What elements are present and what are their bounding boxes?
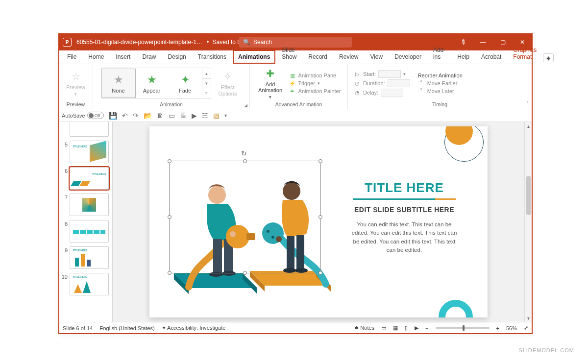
thumb-partial[interactable] bbox=[70, 122, 109, 137]
reading-view-icon[interactable]: ▯ bbox=[405, 325, 408, 331]
move-later-button[interactable]: ˅Move Later bbox=[418, 87, 463, 95]
slide-subtitle[interactable]: EDIT SLIDE SUBTITLE HERE bbox=[354, 206, 454, 214]
animation-gallery[interactable]: ★None ★Appear ✦Fade ▴▾▿ bbox=[101, 68, 211, 99]
tab-transitions[interactable]: Transitions bbox=[193, 50, 232, 64]
thumb-9[interactable]: TITLE HERE bbox=[70, 246, 109, 269]
rotate-handle-icon[interactable]: ↻ bbox=[241, 149, 249, 157]
tab-review[interactable]: Review bbox=[334, 50, 364, 64]
animation-painter-button[interactable]: ✒Animation Painter bbox=[289, 88, 341, 95]
resize-handle[interactable] bbox=[168, 215, 172, 219]
zoom-out-icon[interactable]: − bbox=[425, 325, 428, 331]
timing-start[interactable]: ▷Start:▾ bbox=[354, 70, 410, 78]
zoom-slider[interactable] bbox=[436, 327, 490, 329]
ink-tools-icon[interactable]: ✎ bbox=[454, 34, 473, 50]
slide[interactable]: ↻ TITLE HERE EDIT SLIDE SUBTITLE HERE Yo… bbox=[149, 126, 488, 317]
slide-canvas-area[interactable]: ↻ TITLE HERE EDIT SLIDE SUBTITLE HERE Yo… bbox=[113, 122, 524, 322]
timing-delay[interactable]: ◔Delay: bbox=[354, 88, 410, 97]
resize-handle[interactable] bbox=[243, 271, 247, 275]
preview-button[interactable]: ☆ Preview▾ bbox=[63, 70, 89, 97]
tab-slideshow[interactable]: Slide Show bbox=[276, 43, 302, 64]
play-icon: ▷ bbox=[354, 71, 361, 77]
effect-options-button[interactable]: ✧ Effect Options bbox=[214, 70, 242, 96]
present-icon[interactable]: ☵ bbox=[202, 112, 208, 120]
thumb-10[interactable]: TITLE HERE bbox=[70, 273, 109, 295]
tab-insert[interactable]: Insert bbox=[110, 50, 136, 64]
slide-body[interactable]: You can edit this text. This text can be… bbox=[348, 220, 461, 254]
trigger-icon: ⚡ bbox=[289, 80, 296, 87]
effect-options-icon: ✧ bbox=[221, 70, 234, 83]
undo-icon[interactable]: ↶ bbox=[122, 112, 128, 120]
print-icon[interactable]: 🖶 bbox=[180, 112, 187, 120]
resize-handle[interactable] bbox=[168, 159, 172, 163]
new-icon[interactable]: 🗎 bbox=[157, 112, 164, 120]
document-title[interactable]: 60555-01-digital-divide-powerpoint-templ… bbox=[76, 39, 204, 46]
vertical-scrollbar[interactable]: ▴ ▾ bbox=[524, 122, 532, 322]
quick-access-toolbar: AutoSave Off 💾 ↶ ↷ 📂 🗎 ▭ 🖶 ▶ ☵ ▧ ▾ bbox=[59, 109, 532, 122]
tab-design[interactable]: Design bbox=[162, 50, 191, 64]
animation-fade[interactable]: ✦Fade bbox=[169, 69, 202, 97]
dialog-launcher-icon[interactable]: ◢ bbox=[244, 103, 247, 108]
redo-icon[interactable]: ↷ bbox=[133, 112, 139, 120]
thumb-8[interactable] bbox=[70, 220, 109, 243]
selection-box[interactable]: ↻ bbox=[169, 161, 321, 273]
thumb-6[interactable]: TITLE HERE bbox=[70, 167, 109, 190]
slide-thumbnails[interactable]: 5 TITLE HERE 6 TITLE HERE 7 8 9 TITLE HE… bbox=[59, 122, 113, 322]
shapes-icon[interactable]: ▧ bbox=[213, 112, 220, 120]
animation-pane-button[interactable]: ▥Animation Pane bbox=[289, 72, 341, 79]
zoom-level[interactable]: 56% bbox=[506, 325, 517, 331]
resize-handle[interactable] bbox=[243, 159, 247, 163]
ribbon-options-icon[interactable]: ˅ bbox=[526, 100, 529, 107]
animation-none[interactable]: ★None bbox=[102, 69, 135, 97]
resize-handle[interactable] bbox=[318, 271, 322, 275]
thumb-5[interactable]: TITLE HERE bbox=[70, 141, 109, 163]
slide-title[interactable]: TITLE HERE bbox=[365, 180, 444, 195]
tab-developer[interactable]: Developer bbox=[389, 50, 427, 64]
scroll-up-icon[interactable]: ▴ bbox=[525, 122, 532, 130]
qat-more-icon[interactable]: ▾ bbox=[224, 113, 227, 118]
accessibility-icon: ✦ bbox=[162, 325, 167, 331]
thumb-num-6: 6 bbox=[61, 167, 68, 174]
tab-home[interactable]: Home bbox=[83, 50, 109, 64]
notes-button[interactable]: ≐ Notes bbox=[354, 325, 374, 331]
animation-appear[interactable]: ★Appear bbox=[135, 69, 169, 97]
thumb-7[interactable] bbox=[70, 194, 109, 216]
add-animation-button[interactable]: ✚ Add Animation▾ bbox=[257, 67, 284, 99]
status-slide-number[interactable]: Slide 6 of 14 bbox=[63, 325, 93, 331]
scroll-down-icon[interactable]: ▾ bbox=[525, 314, 532, 322]
status-language[interactable]: English (United States) bbox=[99, 325, 155, 331]
thumb-num-10: 10 bbox=[61, 273, 68, 280]
tab-graphics-format[interactable]: Graphics Format bbox=[508, 43, 542, 64]
slideshow-view-icon[interactable]: ▶ bbox=[415, 325, 418, 331]
star-icon: ☆ bbox=[70, 70, 82, 83]
save-icon[interactable]: 💾 bbox=[109, 112, 117, 120]
from-beginning-icon[interactable]: ▶ bbox=[192, 112, 197, 120]
tab-draw[interactable]: Draw bbox=[137, 50, 161, 64]
status-accessibility[interactable]: ✦ Accessibility: Investigate bbox=[162, 325, 226, 331]
new-slide-icon[interactable]: ▭ bbox=[169, 112, 175, 120]
tab-animations[interactable]: Animations bbox=[233, 50, 275, 64]
tab-acrobat[interactable]: Acrobat bbox=[476, 50, 507, 64]
app-window: P 60555-01-digital-divide-powerpoint-tem… bbox=[58, 33, 533, 334]
timing-duration[interactable]: ◷Duration: bbox=[354, 79, 410, 88]
normal-view-icon[interactable]: ▭ bbox=[381, 325, 386, 331]
tab-help[interactable]: Help bbox=[452, 50, 475, 64]
tab-view[interactable]: View bbox=[365, 50, 388, 64]
minimize-button[interactable]: — bbox=[473, 34, 493, 50]
autosave-toggle[interactable]: AutoSave Off bbox=[62, 112, 104, 119]
resize-handle[interactable] bbox=[168, 271, 172, 275]
zoom-in-icon[interactable]: + bbox=[496, 325, 499, 331]
collapse-ribbon-button[interactable]: ◉ bbox=[543, 53, 554, 62]
sorter-view-icon[interactable]: ▦ bbox=[393, 325, 398, 331]
tab-file[interactable]: File bbox=[62, 50, 82, 64]
resize-handle[interactable] bbox=[318, 159, 322, 163]
painter-icon: ✒ bbox=[289, 88, 296, 95]
fit-to-window-icon[interactable]: ⤢ bbox=[524, 325, 528, 331]
tab-record[interactable]: Record bbox=[303, 50, 333, 64]
tab-addins[interactable]: Add-ins bbox=[428, 43, 451, 64]
gallery-scroll[interactable]: ▴▾▿ bbox=[202, 69, 211, 97]
resize-handle[interactable] bbox=[318, 215, 322, 219]
trigger-button[interactable]: ⚡Trigger ▾ bbox=[289, 80, 341, 87]
scroll-thumb[interactable] bbox=[526, 176, 531, 215]
move-earlier-button[interactable]: ˄Move Earlier bbox=[418, 79, 463, 87]
open-icon[interactable]: 📂 bbox=[144, 112, 152, 120]
